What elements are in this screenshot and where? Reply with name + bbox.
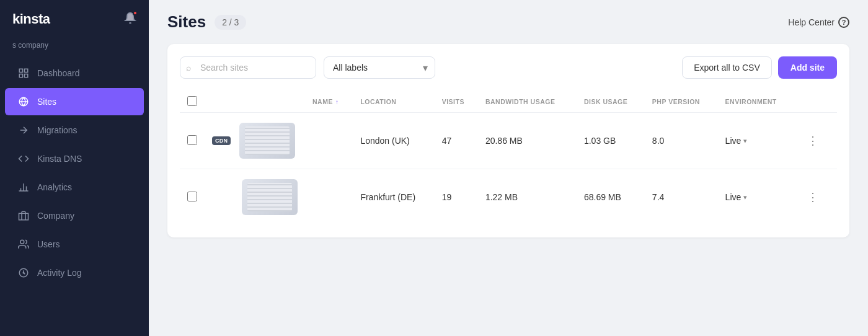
- env-chevron-icon[interactable]: ▾: [743, 137, 747, 145]
- migrations-icon: [17, 124, 30, 136]
- site-more-cell: ⋮: [795, 169, 837, 226]
- sites-card: ⌕ All labels ▾ Export all to CSV Add sit…: [167, 44, 849, 237]
- site-env-cell: Live ▾: [718, 113, 795, 169]
- more-options-button[interactable]: ⋮: [802, 132, 823, 149]
- analytics-icon: [17, 181, 30, 193]
- dns-icon: [17, 153, 30, 165]
- cdn-badge: CDN: [212, 136, 231, 145]
- row-select-cell: [180, 169, 205, 226]
- svg-rect-1: [25, 69, 28, 72]
- svg-rect-2: [25, 74, 28, 77]
- company-name: s company: [0, 38, 149, 58]
- env-chevron-icon[interactable]: ▾: [743, 193, 747, 201]
- site-thumbnail: [239, 123, 295, 159]
- site-thumbnail-cell: CDN: [205, 113, 305, 169]
- sidebar-item-company[interactable]: Company: [5, 202, 144, 229]
- sort-arrow-icon: ↑: [335, 99, 339, 105]
- row-checkbox[interactable]: [187, 192, 197, 201]
- site-visits-cell: 47: [435, 113, 478, 169]
- toolbar: ⌕ All labels ▾ Export all to CSV Add sit…: [180, 56, 837, 79]
- content-area: ⌕ All labels ▾ Export all to CSV Add sit…: [149, 38, 868, 336]
- topbar: Sites 2 / 3 Help Center ?: [149, 0, 868, 38]
- site-visits-cell: 19: [435, 169, 478, 226]
- th-visits: VISITS: [435, 91, 478, 113]
- site-disk-cell: 1.03 GB: [577, 113, 645, 169]
- sites-table: NAME ↑ LOCATION VISITS BANDWIDTH USAGE D…: [180, 91, 837, 225]
- site-bandwidth-cell: 20.86 MB: [478, 113, 577, 169]
- activity-icon: [17, 267, 30, 279]
- sidebar-item-label: Users: [37, 239, 60, 249]
- table-header: NAME ↑ LOCATION VISITS BANDWIDTH USAGE D…: [180, 91, 837, 113]
- table-row: CDN London (UK) 47 20.86 MB 1.03 GB 8.0: [180, 113, 837, 169]
- th-location: LOCATION: [353, 91, 434, 113]
- sidebar-header: kinsta: [0, 0, 149, 38]
- th-actions: [795, 91, 837, 113]
- more-options-button[interactable]: ⋮: [802, 188, 823, 206]
- th-php: PHP VERSION: [645, 91, 718, 113]
- sidebar-item-label: Dashboard: [37, 68, 80, 78]
- site-disk-cell: 68.69 MB: [577, 169, 645, 226]
- site-bandwidth-cell: 1.22 MB: [478, 169, 577, 226]
- site-name-cell: [305, 169, 353, 226]
- search-input-wrap: ⌕: [180, 56, 316, 79]
- sidebar-item-dashboard[interactable]: Dashboard: [5, 60, 144, 87]
- site-location-cell: London (UK): [353, 113, 434, 169]
- table-row: Frankfurt (DE) 19 1.22 MB 68.69 MB 7.4 L…: [180, 169, 837, 226]
- help-center-label: Help Center: [788, 17, 835, 27]
- th-disk: DISK USAGE: [577, 91, 645, 113]
- page-count-badge: 2 / 3: [215, 15, 246, 30]
- logo-text: kinsta: [12, 11, 50, 27]
- th-name: NAME ↑: [305, 91, 353, 113]
- main-content: Sites 2 / 3 Help Center ? ⌕ All labels ▾: [149, 0, 868, 336]
- sidebar-item-kinsta-dns[interactable]: Kinsta DNS: [5, 145, 144, 172]
- labels-select[interactable]: All labels: [324, 56, 435, 79]
- th-thumb: [205, 91, 305, 113]
- sidebar-item-label: Activity Log: [37, 268, 82, 278]
- select-all-checkbox[interactable]: [187, 96, 197, 106]
- sidebar-item-label: Company: [37, 211, 74, 221]
- th-bandwidth: BANDWIDTH USAGE: [478, 91, 577, 113]
- sidebar-item-label: Migrations: [37, 125, 78, 135]
- site-php-cell: 8.0: [645, 113, 718, 169]
- svg-rect-9: [19, 213, 29, 220]
- labels-select-wrap: All labels ▾: [324, 56, 435, 79]
- nav-list: Dashboard Sites Migrations: [0, 58, 149, 336]
- site-more-cell: ⋮: [795, 113, 837, 169]
- page-title-area: Sites 2 / 3: [167, 12, 246, 32]
- add-site-button[interactable]: Add site: [778, 56, 837, 79]
- dashboard-icon: [17, 67, 30, 79]
- notification-bell[interactable]: [124, 12, 136, 27]
- sidebar-item-label: Kinsta DNS: [37, 154, 82, 164]
- svg-rect-0: [19, 69, 22, 72]
- site-php-cell: 7.4: [645, 169, 718, 226]
- th-env: ENVIRONMENT: [718, 91, 795, 113]
- sidebar-item-analytics[interactable]: Analytics: [5, 174, 144, 201]
- search-input[interactable]: [180, 56, 316, 79]
- help-center-link[interactable]: Help Center ?: [788, 17, 849, 28]
- svg-rect-3: [19, 74, 22, 77]
- company-icon: [17, 210, 30, 222]
- toolbar-right: Export all to CSV Add site: [682, 56, 837, 79]
- site-thumbnail: [242, 179, 298, 215]
- site-location-cell: Frankfurt (DE): [353, 169, 434, 226]
- sidebar-item-label: Analytics: [37, 182, 72, 192]
- th-select: [180, 91, 205, 113]
- sidebar-item-sites[interactable]: Sites: [5, 88, 144, 115]
- site-name-cell: [305, 113, 353, 169]
- export-csv-button[interactable]: Export all to CSV: [682, 56, 772, 79]
- sidebar-item-activity-log[interactable]: Activity Log: [5, 259, 144, 286]
- sidebar: kinsta s company Dashboard: [0, 0, 149, 336]
- sidebar-item-migrations[interactable]: Migrations: [5, 117, 144, 144]
- row-select-cell: [180, 113, 205, 169]
- site-env-cell: Live ▾: [718, 169, 795, 226]
- notification-dot: [133, 11, 138, 15]
- sidebar-item-users[interactable]: Users: [5, 231, 144, 258]
- help-icon: ?: [838, 17, 849, 28]
- table-body: CDN London (UK) 47 20.86 MB 1.03 GB 8.0: [180, 113, 837, 226]
- search-icon: ⌕: [186, 63, 191, 73]
- kinsta-logo: kinsta: [12, 11, 50, 27]
- site-thumbnail-cell: [205, 169, 305, 226]
- row-checkbox[interactable]: [187, 135, 197, 145]
- page-title: Sites: [167, 12, 206, 32]
- users-icon: [17, 238, 30, 250]
